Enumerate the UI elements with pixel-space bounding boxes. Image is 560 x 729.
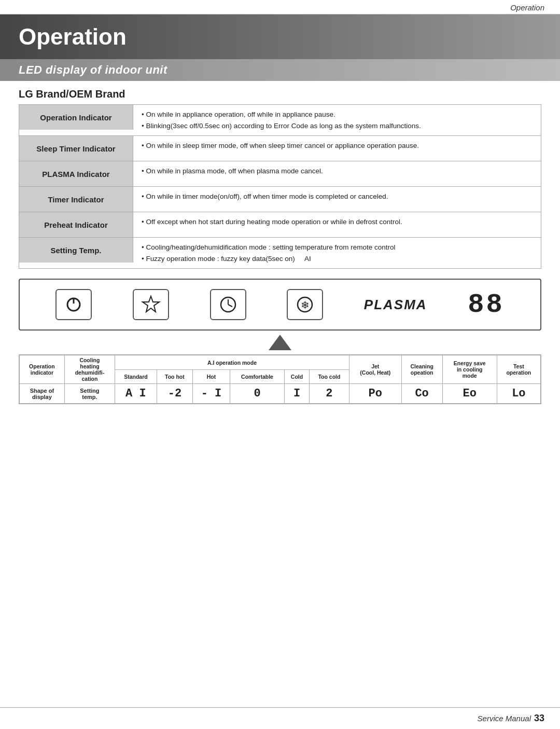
shape-ai-standard: A I — [115, 384, 157, 404]
footer-page-number: 33 — [534, 713, 544, 724]
display-mode-table: Operationindicator Coolingheatingdehumid… — [19, 355, 541, 404]
col-header-energy-save: Energy savein coolingmode — [442, 355, 497, 384]
indicator-desc-sleep-timer: • On while in sleep timer mode, off when… — [133, 136, 541, 156]
seven-segment-display: 88 — [468, 290, 504, 320]
shape-test: Lo — [497, 384, 540, 404]
page-title: Operation — [19, 24, 541, 50]
shape-label-2: Settingtemp. — [64, 384, 115, 404]
indicator-desc-timer: • On while in timer mode(on/off), off wh… — [133, 187, 541, 207]
list-item: PLASMA Indicator • On while in plasma mo… — [19, 161, 541, 187]
bottom-reference-table: Operationindicator Coolingheatingdehumid… — [19, 354, 541, 404]
page-title-section: Operation — [0, 15, 560, 59]
col-header-test: Testoperation — [497, 355, 540, 384]
indicator-desc-setting-temp: • Cooling/heating/dehumidification mode … — [133, 238, 541, 268]
shape-ai-hot: - I — [193, 384, 230, 404]
col-header-comfortable: Comfortable — [230, 369, 285, 384]
brand-heading: LG Brand/OEM Brand — [0, 81, 560, 104]
arrow-up-icon — [269, 335, 291, 350]
indicator-label-sleep-timer: Sleep Timer Indicator — [19, 136, 133, 161]
power-icon — [55, 289, 92, 320]
shape-cleaning: Co — [401, 384, 442, 404]
shape-ai-comfortable: 0 — [230, 384, 285, 404]
col-header-standard: Standard — [115, 369, 157, 384]
arrow-indicator — [0, 335, 560, 350]
col-header-operation: Operationindicator — [20, 355, 65, 384]
col-header-cold: Cold — [285, 369, 310, 384]
col-header-jet: Jet(Cool, Heat) — [349, 355, 401, 384]
indicator-section: Operation Indicator • On while in applia… — [0, 104, 560, 269]
page-footer: Service Manual 33 — [0, 707, 560, 729]
list-item: Operation Indicator • On while in applia… — [19, 104, 541, 136]
indicator-label-operation: Operation Indicator — [19, 105, 133, 130]
star-icon — [133, 289, 169, 320]
list-item: Sleep Timer Indicator • On while in slee… — [19, 135, 541, 161]
indicator-label-timer: Timer Indicator — [19, 187, 133, 212]
shape-energy-save: Eo — [442, 384, 497, 404]
clock-icon — [210, 289, 246, 320]
shape-jet: Po — [349, 384, 401, 404]
list-item: Preheat Indicator • Off except when hot … — [19, 212, 541, 238]
indicator-desc-plasma: • On while in plasma mode, off when plas… — [133, 161, 541, 181]
indicator-desc-preheat: • Off except when hot start during heati… — [133, 212, 541, 232]
footer-text: Service Manual — [478, 714, 531, 723]
led-display-container: ❄ PLASMA 88 — [19, 279, 541, 331]
preheat-icon: ❄ — [287, 289, 323, 320]
svg-line-5 — [228, 305, 232, 307]
indicator-desc-operation: • On while in appliance operation, off w… — [133, 105, 541, 135]
col-header-cooling: Coolingheatingdehumidifi-cation — [64, 355, 115, 384]
indicator-label-preheat: Preheat Indicator — [19, 212, 133, 237]
table-header-row: Operationindicator Coolingheatingdehumid… — [20, 355, 541, 370]
list-item: Setting Temp. • Cooling/heating/dehumidi… — [19, 237, 541, 269]
shape-ai-too-hot: -2 — [157, 384, 192, 404]
indicator-label-plasma: PLASMA Indicator — [19, 161, 133, 186]
plasma-label: PLASMA — [364, 297, 427, 313]
indicator-label-setting-temp: Setting Temp. — [19, 238, 133, 263]
shape-ai-cold: I — [285, 384, 310, 404]
section-subtitle: LED display of indoor unit — [0, 59, 560, 81]
header-section-label: Operation — [510, 3, 544, 12]
col-header-cleaning: Cleaningopeation — [401, 355, 442, 384]
col-header-too-cold: Too cold — [309, 369, 349, 384]
table-row-shapes: Shape ofdisplay Settingtemp. A I -2 - I … — [20, 384, 541, 404]
svg-text:❄: ❄ — [301, 299, 310, 311]
shape-label-1: Shape ofdisplay — [20, 384, 65, 404]
shape-ai-too-cold: 2 — [309, 384, 349, 404]
col-header-ai: A.I operation mode — [115, 355, 349, 370]
list-item: Timer Indicator • On while in timer mode… — [19, 186, 541, 212]
col-header-hot: Hot — [193, 369, 230, 384]
col-header-too-hot: Too hot — [157, 369, 192, 384]
svg-marker-2 — [143, 296, 159, 312]
top-header: Operation — [0, 0, 560, 15]
